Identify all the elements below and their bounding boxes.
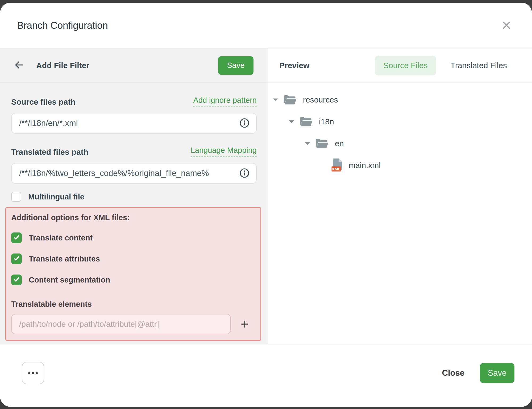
chevron-down-icon[interactable] xyxy=(305,142,310,145)
preview-tabs: Source Files Translated Files xyxy=(375,56,516,75)
modal-close-button[interactable]: Close xyxy=(442,368,464,378)
tree-row-en[interactable]: en xyxy=(273,133,527,154)
checkmark-icon xyxy=(13,234,20,242)
translated-path-info-button[interactable] xyxy=(238,167,251,180)
xml-options-title: Additional options for XML files: xyxy=(11,213,255,222)
multilingual-row: Multilingual file xyxy=(11,192,257,202)
folder-open-icon xyxy=(315,138,329,149)
back-button[interactable] xyxy=(12,59,26,72)
xml-badge: XML xyxy=(332,167,341,171)
tab-translated-files[interactable]: Translated Files xyxy=(442,56,516,75)
translatable-elements-row: + xyxy=(11,314,255,334)
multilingual-label: Multilingual file xyxy=(28,193,84,201)
folder-open-icon xyxy=(283,94,297,105)
source-path-label-row: Source files path Add ignore pattern xyxy=(11,96,257,107)
source-path-info-button[interactable] xyxy=(238,117,251,130)
translate-content-row: Translate content xyxy=(11,232,255,243)
info-icon xyxy=(239,168,250,179)
modal-footer: Close Save xyxy=(0,344,532,407)
translate-attributes-row: Translate attributes xyxy=(11,253,255,264)
tree-label: en xyxy=(335,139,344,148)
file-filter-form: Source files path Add ignore pattern xyxy=(0,83,268,341)
source-path-label: Source files path xyxy=(11,97,76,107)
add-ignore-pattern-link[interactable]: Add ignore pattern xyxy=(193,96,257,107)
file-filter-panel: Add File Filter Save Source files path A… xyxy=(0,48,268,344)
translate-attributes-label: Translate attributes xyxy=(29,255,100,263)
content-segmentation-row: Content segmentation xyxy=(11,275,255,285)
panel-title: Add File Filter xyxy=(36,61,89,70)
tree-row-i18n[interactable]: i18n xyxy=(273,111,527,133)
tree-label: i18n xyxy=(319,117,334,126)
source-path-field xyxy=(11,113,257,134)
close-icon xyxy=(501,20,512,31)
arrow-left-icon xyxy=(14,59,25,71)
filter-save-button[interactable]: Save xyxy=(218,56,253,75)
more-options-button[interactable] xyxy=(22,362,44,384)
tree-row-main-xml[interactable]: XML main.xml xyxy=(273,154,527,176)
modal-body: Add File Filter Save Source files path A… xyxy=(0,48,532,344)
tab-source-files[interactable]: Source Files xyxy=(375,56,436,75)
ellipsis-icon xyxy=(28,372,38,374)
tree-label: resources xyxy=(303,95,338,104)
translated-path-label-row: Translated files path Language Mapping xyxy=(11,146,257,157)
chevron-down-icon[interactable] xyxy=(289,120,294,124)
tree-label: main.xml xyxy=(349,161,381,170)
close-button[interactable] xyxy=(496,15,517,36)
content-segmentation-label: Content segmentation xyxy=(29,276,110,284)
translate-attributes-checkbox[interactable] xyxy=(11,253,22,264)
content-segmentation-checkbox[interactable] xyxy=(11,275,22,285)
source-path-input[interactable] xyxy=(11,113,257,134)
branch-configuration-modal: Branch Configuration Add File Filter S xyxy=(0,3,532,407)
translated-path-field xyxy=(11,163,257,184)
screen-background: Branch Configuration Add File Filter S xyxy=(0,0,532,409)
xml-file-icon: XML xyxy=(331,158,343,173)
page-title: Branch Configuration xyxy=(17,20,108,31)
translated-path-input[interactable] xyxy=(11,163,257,184)
modal-save-button[interactable]: Save xyxy=(480,363,514,383)
tree-row-resources[interactable]: resources xyxy=(273,89,527,111)
add-element-button[interactable]: + xyxy=(237,316,253,332)
translatable-elements-input[interactable] xyxy=(11,314,231,334)
multilingual-checkbox[interactable] xyxy=(11,192,21,202)
xml-options-box: Additional options for XML files: Transl… xyxy=(5,207,261,341)
info-icon xyxy=(239,118,250,129)
language-mapping-link[interactable]: Language Mapping xyxy=(191,146,257,157)
translate-content-label: Translate content xyxy=(29,234,93,242)
checkmark-icon xyxy=(13,276,20,284)
modal-header: Branch Configuration xyxy=(0,3,532,48)
preview-toolbar: Preview Source Files Translated Files xyxy=(268,48,532,83)
file-tree: resources i18n xyxy=(268,83,532,176)
chevron-down-icon[interactable] xyxy=(273,98,279,102)
preview-panel: Preview Source Files Translated Files xyxy=(268,48,532,344)
translated-path-label: Translated files path xyxy=(11,148,88,157)
checkmark-icon xyxy=(13,255,20,263)
translatable-elements-label: Translatable elements xyxy=(11,300,255,309)
file-filter-toolbar: Add File Filter Save xyxy=(0,48,268,83)
translate-content-checkbox[interactable] xyxy=(11,232,22,243)
folder-open-icon xyxy=(299,116,313,127)
preview-title: Preview xyxy=(279,61,309,70)
